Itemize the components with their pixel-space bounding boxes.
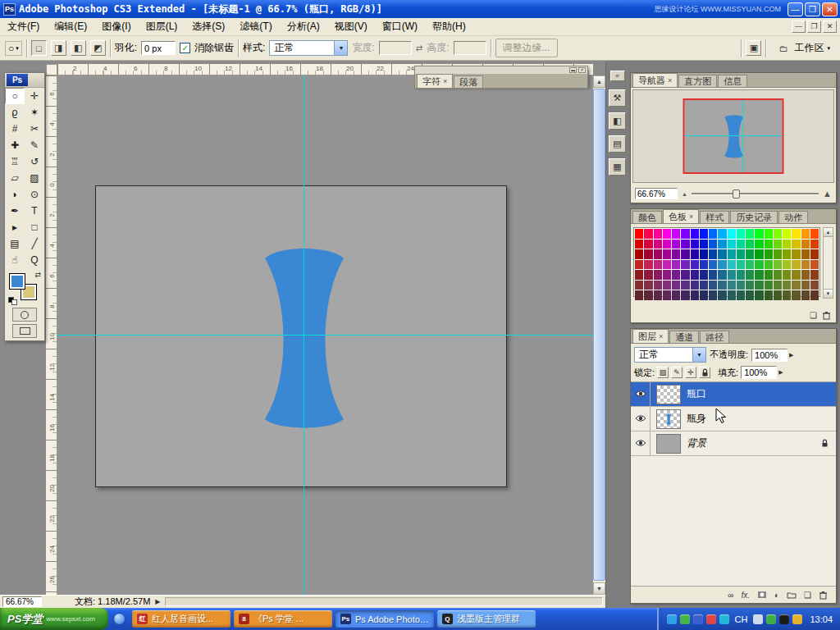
visibility-toggle[interactable] [631, 382, 651, 406]
navigator-tab-0[interactable]: 导航器× [632, 73, 678, 87]
new-layer-icon[interactable]: ❏ [804, 591, 811, 600]
swatch[interactable] [635, 249, 643, 259]
swatch[interactable] [792, 270, 800, 280]
swatch[interactable] [718, 249, 726, 259]
swatch[interactable] [801, 290, 810, 300]
swatch[interactable] [755, 240, 763, 249]
swatch[interactable] [783, 290, 791, 300]
layer-row-3[interactable]: 背景 [631, 431, 836, 456]
swatch[interactable] [755, 229, 763, 239]
doc-close-button[interactable]: ✕ [823, 21, 837, 33]
layers-tab-1[interactable]: 通道 [669, 331, 699, 343]
delete-layer-icon[interactable] [819, 591, 828, 600]
swatch[interactable] [783, 240, 791, 249]
eraser-tool[interactable]: ▱ [5, 170, 25, 186]
brush-tool[interactable]: ✎ [25, 137, 44, 153]
swatch[interactable] [728, 240, 736, 249]
swatch[interactable] [810, 249, 819, 259]
selection-subtract-button[interactable]: ◧ [71, 40, 86, 56]
swatch[interactable] [801, 260, 810, 270]
fill-field[interactable]: 100% ▶ [741, 366, 783, 379]
collapse-dock-icon[interactable]: « [610, 71, 625, 81]
char-close-icon[interactable]: × [443, 77, 447, 85]
swatch[interactable] [644, 281, 652, 290]
visibility-toggle[interactable] [631, 407, 651, 431]
swatch[interactable] [728, 270, 736, 280]
swatch[interactable] [644, 229, 652, 239]
navigator-thumbnail[interactable] [685, 100, 783, 172]
swatch[interactable] [737, 270, 745, 280]
swatch-scroll-up-icon[interactable]: ▲ [824, 228, 833, 237]
swatch[interactable] [737, 281, 745, 290]
swatch[interactable] [691, 270, 699, 280]
minimize-button[interactable]: — [788, 2, 803, 16]
height-input[interactable] [454, 41, 486, 55]
taskbar-task-3[interactable]: PsPs Adobe Photos... [336, 610, 434, 628]
swatch[interactable] [691, 229, 699, 239]
lock-pixels-icon[interactable]: ✎ [671, 367, 682, 378]
layer-row-2[interactable]: 瓶身 [631, 407, 836, 431]
swatch[interactable] [644, 290, 652, 300]
swatch[interactable] [746, 229, 754, 239]
status-arrow-icon[interactable]: ▶ [155, 598, 160, 605]
swatch[interactable] [635, 260, 643, 270]
style-dropdown[interactable]: 正常 ▼ [269, 40, 348, 56]
swatch[interactable] [801, 240, 810, 249]
taskbar-task-1[interactable]: 红红人居音画设... [132, 610, 231, 628]
swatch[interactable] [765, 240, 773, 249]
swatch[interactable] [792, 290, 800, 300]
healing-brush-tool[interactable]: ✚ [5, 137, 25, 153]
tray-icon-4[interactable] [706, 614, 716, 624]
crop-tool[interactable]: # [5, 121, 25, 137]
tray-icon-2[interactable] [680, 614, 690, 624]
swatch[interactable] [755, 249, 763, 259]
quick-mask-button[interactable] [12, 308, 37, 322]
elliptical-marquee-tool[interactable]: ○ [5, 88, 25, 104]
menu-item-7[interactable]: 视图(V) [327, 17, 375, 36]
swatch[interactable] [691, 281, 699, 290]
blend-mode-dropdown[interactable]: 正常 ▼ [634, 347, 706, 363]
dodge-tool[interactable]: ⊙ [25, 186, 44, 203]
gradient-tool[interactable]: ▨ [25, 170, 44, 186]
swatches-close-icon[interactable]: × [689, 212, 693, 221]
swap-dimensions-icon[interactable]: ⇄ [416, 43, 422, 52]
dock-swatches-icon[interactable]: ◧ [609, 112, 626, 130]
layers-close-icon[interactable]: × [659, 332, 663, 340]
zoom-slider-thumb[interactable] [733, 189, 740, 199]
swatch[interactable] [709, 270, 717, 280]
swatch[interactable] [700, 249, 708, 259]
selection-add-button[interactable]: ◨ [51, 40, 66, 56]
swatch[interactable] [709, 240, 717, 249]
swatch[interactable] [810, 229, 819, 239]
swatch[interactable] [755, 281, 763, 290]
close-panel-icon[interactable]: ✕ [578, 67, 586, 73]
swatch[interactable] [746, 260, 754, 270]
swatch[interactable] [654, 249, 662, 259]
swatch[interactable] [700, 260, 708, 270]
swatch[interactable] [635, 270, 643, 280]
tray-icon-3[interactable] [693, 614, 703, 624]
move-tool[interactable]: ✛ [25, 88, 44, 104]
swatch[interactable] [718, 240, 726, 249]
opacity-field[interactable]: 100% ▶ [751, 349, 793, 362]
swatch[interactable] [635, 229, 643, 239]
swatch[interactable] [810, 240, 819, 249]
swatch[interactable] [801, 281, 810, 290]
navigator-close-icon[interactable]: × [668, 76, 672, 84]
swatch[interactable] [737, 249, 745, 259]
eyedropper-tool[interactable]: ╱ [25, 235, 44, 252]
swatch[interactable] [783, 249, 791, 259]
swatch[interactable] [672, 281, 680, 290]
zoom-tool[interactable]: Q [25, 252, 44, 268]
swatches-tab-1[interactable]: 色板× [663, 209, 699, 223]
swatch[interactable] [792, 281, 800, 290]
swatch[interactable] [737, 290, 745, 300]
screen-mode-button[interactable] [12, 324, 37, 338]
swatch[interactable] [718, 281, 726, 290]
tray-icon-4[interactable] [792, 614, 802, 624]
swatch[interactable] [783, 270, 791, 280]
swatch[interactable] [681, 229, 689, 239]
swatch[interactable] [700, 270, 708, 280]
lock-position-icon[interactable]: ✛ [685, 367, 696, 378]
swatch[interactable] [700, 229, 708, 239]
